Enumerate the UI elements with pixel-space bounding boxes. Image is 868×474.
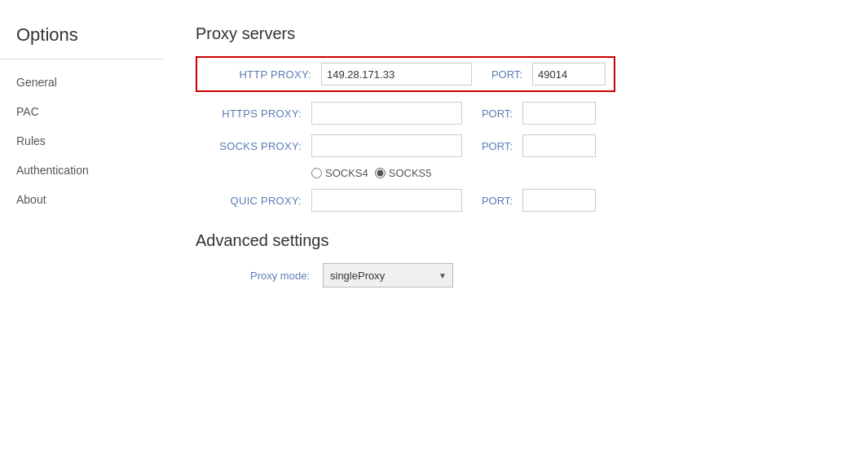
sidebar-item-general[interactable]: General [0,68,163,97]
https-proxy-row: HTTPS PROXY: PORT: [196,102,835,125]
quic-proxy-label: QUIC PROXY: [196,195,302,207]
https-port-input[interactable] [522,102,596,125]
socks-port-input[interactable] [522,134,596,157]
socks-proxy-row: SOCKS PROXY: PORT: [196,134,835,157]
quic-port-input[interactable] [522,189,596,212]
socks-version-row: SOCKS4 SOCKS5 [196,167,835,179]
sidebar: Options General PAC Rules Authentication… [0,0,163,474]
http-proxy-label: HTTP PROXY: [205,68,311,81]
socks-proxy-input[interactable] [311,134,462,157]
sidebar-item-about[interactable]: About [0,185,163,214]
https-proxy-input[interactable] [311,102,462,125]
http-port-label: PORT: [482,68,522,81]
https-port-label: PORT: [472,108,513,120]
socks4-radio[interactable] [311,168,322,178]
sidebar-item-rules[interactable]: Rules [0,126,163,156]
main-content: Proxy servers HTTP PROXY: PORT: HTTPS PR… [163,0,868,474]
proxy-mode-label: Proxy mode: [212,270,310,282]
quic-port-label: PORT: [472,195,513,207]
proxy-mode-select-wrapper: singleProxy fixedServers pacScript direc… [323,263,453,287]
sidebar-divider [0,59,163,59]
sidebar-item-authentication[interactable]: Authentication [0,156,163,185]
sidebar-item-pac[interactable]: PAC [0,97,163,126]
socks5-label: SOCKS5 [389,167,432,179]
socks5-radio-label[interactable]: SOCKS5 [375,167,432,179]
proxy-servers-title: Proxy servers [196,24,835,43]
socks4-radio-label[interactable]: SOCKS4 [311,167,368,179]
quic-proxy-row: QUIC PROXY: PORT: [196,189,835,212]
https-proxy-label: HTTPS PROXY: [196,108,302,120]
socks-port-label: PORT: [472,140,513,152]
quic-proxy-input[interactable] [311,189,462,212]
http-port-input[interactable] [532,63,606,86]
advanced-settings-title: Advanced settings [196,231,835,250]
proxy-mode-row: Proxy mode: singleProxy fixedServers pac… [196,263,835,287]
socks-proxy-label: SOCKS PROXY: [196,140,302,152]
socks5-radio[interactable] [375,168,386,178]
http-proxy-input[interactable] [321,63,472,86]
http-proxy-row: HTTP PROXY: PORT: [196,56,615,92]
proxy-mode-select[interactable]: singleProxy fixedServers pacScript direc… [323,263,453,287]
socks4-label: SOCKS4 [325,167,368,179]
app-title: Options [0,16,163,59]
